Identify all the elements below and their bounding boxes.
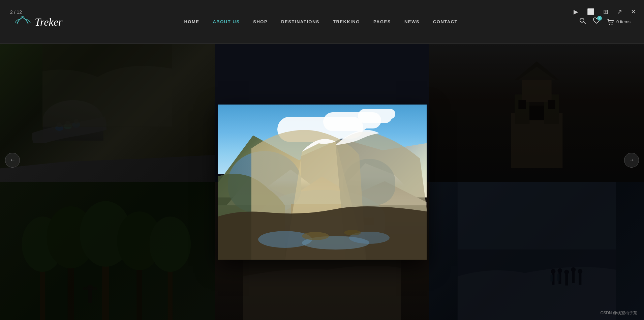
svg-point-25 bbox=[22, 216, 63, 272]
lightbox-play-button[interactable]: ▶ bbox=[572, 7, 580, 17]
svg-rect-34 bbox=[458, 182, 616, 320]
water-pool-3 bbox=[259, 190, 385, 244]
svg-point-27 bbox=[80, 201, 132, 267]
lightbox-share-button[interactable]: ↗ bbox=[616, 7, 623, 17]
sandbar-2 bbox=[343, 217, 374, 225]
nav-item-contact[interactable]: CONTACT bbox=[433, 19, 458, 24]
lightbox-grid-button[interactable]: ⊞ bbox=[602, 7, 610, 17]
main-nav: HOME ABOUT US SHOP DESTINATIONS TREKKING… bbox=[184, 19, 458, 24]
svg-rect-44 bbox=[579, 273, 581, 285]
svg-rect-13 bbox=[544, 94, 559, 124]
svg-point-45 bbox=[578, 269, 582, 273]
lightbox-counter: 2 / 12 bbox=[10, 9, 22, 15]
nav-item-shop[interactable]: SHOP bbox=[253, 19, 268, 24]
hikers-svg bbox=[429, 182, 644, 320]
cloud-3 bbox=[365, 109, 395, 119]
svg-line-1 bbox=[584, 22, 586, 24]
svg-point-26 bbox=[47, 206, 95, 268]
svg-point-39 bbox=[557, 268, 562, 273]
svg-point-28 bbox=[117, 211, 162, 270]
logo-icon bbox=[13, 12, 32, 31]
lightbox-close-button[interactable]: ✕ bbox=[630, 7, 637, 17]
svg-rect-23 bbox=[137, 248, 142, 320]
logo-area[interactable]: Treker bbox=[13, 12, 62, 31]
nav-item-destinations[interactable]: DESTINATIONS bbox=[281, 19, 319, 24]
cyclists-silhouette bbox=[32, 103, 106, 143]
svg-point-9 bbox=[74, 119, 79, 124]
logo-text: Treker bbox=[35, 17, 62, 27]
svg-rect-22 bbox=[102, 241, 109, 320]
lightbox-next-button[interactable]: → bbox=[624, 153, 639, 168]
wishlist-icon[interactable]: 2 bbox=[593, 18, 600, 26]
svg-point-41 bbox=[564, 269, 569, 274]
header: Treker HOME ABOUT US SHOP DESTINATIONS T… bbox=[0, 0, 644, 44]
svg-rect-11 bbox=[511, 113, 562, 168]
gallery-cell-forest[interactable] bbox=[0, 182, 215, 320]
svg-rect-12 bbox=[515, 94, 529, 124]
svg-rect-18 bbox=[518, 100, 526, 109]
svg-point-29 bbox=[149, 216, 191, 272]
svg-rect-32 bbox=[83, 287, 97, 290]
svg-point-0 bbox=[580, 18, 584, 22]
svg-point-5 bbox=[57, 122, 62, 127]
gallery-cell-cyclists[interactable] bbox=[0, 44, 215, 182]
header-right: 2 0 items bbox=[579, 18, 631, 26]
svg-point-43 bbox=[571, 267, 576, 272]
castle-svg bbox=[462, 58, 612, 168]
svg-rect-10 bbox=[42, 44, 172, 127]
svg-rect-36 bbox=[552, 273, 554, 285]
svg-rect-14 bbox=[522, 80, 551, 102]
gallery-cell-castle[interactable] bbox=[429, 44, 644, 182]
sandbar-1 bbox=[291, 204, 343, 216]
svg-marker-16 bbox=[518, 67, 555, 80]
svg-point-8 bbox=[72, 122, 80, 127]
search-icon[interactable] bbox=[579, 18, 586, 26]
svg-rect-17 bbox=[529, 106, 544, 120]
svg-rect-38 bbox=[558, 272, 561, 284]
gallery-cell-hikers[interactable] bbox=[429, 182, 644, 320]
cliff-bg bbox=[0, 44, 215, 127]
svg-point-2 bbox=[609, 24, 610, 25]
svg-point-3 bbox=[612, 24, 613, 25]
lightbox-prev-button[interactable]: ← bbox=[5, 153, 20, 168]
svg-rect-47 bbox=[557, 274, 559, 281]
forest-svg bbox=[0, 182, 215, 320]
svg-rect-19 bbox=[548, 100, 555, 109]
nav-item-news[interactable]: NEWS bbox=[404, 19, 420, 24]
cart-label: 0 items bbox=[616, 19, 631, 24]
lightbox-image-container bbox=[218, 105, 427, 260]
svg-point-7 bbox=[65, 121, 70, 125]
svg-point-4 bbox=[55, 125, 63, 131]
nav-item-pages[interactable]: PAGES bbox=[373, 19, 391, 24]
svg-rect-20 bbox=[40, 251, 45, 320]
svg-marker-15 bbox=[515, 61, 559, 80]
svg-rect-24 bbox=[168, 251, 173, 320]
lightbox-expand-button[interactable]: ⬜ bbox=[586, 7, 596, 17]
nav-item-trekking[interactable]: TREKKING bbox=[333, 19, 360, 24]
svg-rect-42 bbox=[572, 271, 575, 283]
svg-rect-40 bbox=[565, 273, 568, 285]
svg-rect-35 bbox=[458, 182, 616, 250]
svg-point-37 bbox=[551, 269, 555, 273]
nav-item-home[interactable]: HOME bbox=[184, 19, 199, 24]
svg-point-6 bbox=[64, 124, 72, 129]
mountain-scene bbox=[218, 105, 427, 260]
svg-point-31 bbox=[87, 285, 93, 290]
lightbox-controls: ▶ ⬜ ⊞ ↗ ✕ bbox=[572, 7, 637, 17]
svg-rect-30 bbox=[88, 289, 92, 303]
cart-area[interactable]: 0 items bbox=[607, 19, 631, 25]
nav-item-about[interactable]: ABOUT US bbox=[213, 19, 240, 24]
svg-rect-46 bbox=[550, 274, 553, 281]
svg-rect-21 bbox=[68, 244, 74, 320]
watermark: CSDN @枫蜜柚子茶 bbox=[600, 310, 637, 316]
